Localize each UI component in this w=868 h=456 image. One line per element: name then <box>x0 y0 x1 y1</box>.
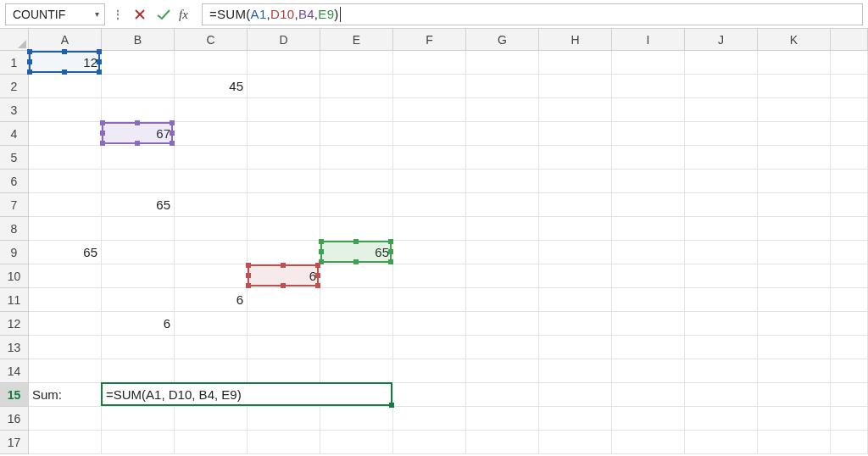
select-all-corner[interactable] <box>0 29 29 51</box>
cell-F1[interactable] <box>393 51 466 75</box>
cell-B9[interactable] <box>102 241 175 264</box>
cell-A13[interactable] <box>29 336 102 359</box>
cell-I12[interactable] <box>612 312 685 336</box>
column-header-k[interactable]: K <box>758 29 831 51</box>
cell-K12[interactable] <box>758 312 831 336</box>
cell-K4[interactable] <box>758 122 831 146</box>
name-box[interactable]: COUNTIF ▾ <box>5 3 105 25</box>
cell-F9[interactable] <box>393 241 466 264</box>
cell-H17[interactable] <box>539 431 612 454</box>
column-header-b[interactable]: B <box>102 29 175 51</box>
cell-J12[interactable] <box>685 312 758 336</box>
cell-B3[interactable] <box>102 98 175 122</box>
cell-D3[interactable] <box>248 98 320 122</box>
cell-E7[interactable] <box>320 193 393 217</box>
column-header-c[interactable]: C <box>175 29 248 51</box>
cell-H12[interactable] <box>539 312 612 336</box>
cell-C16[interactable] <box>175 407 248 431</box>
cell-C2[interactable]: 45 <box>175 75 248 98</box>
cell-A14[interactable] <box>29 359 102 383</box>
row-header-14[interactable]: 14 <box>0 359 29 383</box>
cell-I6[interactable] <box>612 170 685 193</box>
cell-H15[interactable] <box>539 383 612 407</box>
cell-J16[interactable] <box>685 407 758 431</box>
cell-J10[interactable] <box>685 264 758 288</box>
cell-G3[interactable] <box>466 98 539 122</box>
cell-A5[interactable] <box>29 146 102 170</box>
row-header-5[interactable]: 5 <box>0 146 29 170</box>
cell-G2[interactable] <box>466 75 539 98</box>
cell-C4[interactable] <box>175 122 248 146</box>
cell-I4[interactable] <box>612 122 685 146</box>
cell-H9[interactable] <box>539 241 612 264</box>
cell-D6[interactable] <box>248 170 320 193</box>
cell-K2[interactable] <box>758 75 831 98</box>
cell-B5[interactable] <box>102 146 175 170</box>
cell-H13[interactable] <box>539 336 612 359</box>
cell-J17[interactable] <box>685 431 758 454</box>
cell-I7[interactable] <box>612 193 685 217</box>
cell-D5[interactable] <box>248 146 320 170</box>
cell-C14[interactable] <box>175 359 248 383</box>
cell-I15[interactable] <box>612 383 685 407</box>
cell-A15[interactable]: Sum: <box>29 383 102 407</box>
cell-H4[interactable] <box>539 122 612 146</box>
cell-B10[interactable] <box>102 264 175 288</box>
cell-F3[interactable] <box>393 98 466 122</box>
cell-C11[interactable]: 6 <box>175 288 248 312</box>
cell-D1[interactable] <box>248 51 320 75</box>
cell-I3[interactable] <box>612 98 685 122</box>
row-header-12[interactable]: 12 <box>0 312 29 336</box>
cell-B4[interactable]: 67 <box>102 122 175 146</box>
cell-C12[interactable] <box>175 312 248 336</box>
cell-I5[interactable] <box>612 146 685 170</box>
cell-K6[interactable] <box>758 170 831 193</box>
cell-J2[interactable] <box>685 75 758 98</box>
cell-G15[interactable] <box>466 383 539 407</box>
cell-C9[interactable] <box>175 241 248 264</box>
cancel-button[interactable] <box>131 5 149 24</box>
cell-K17[interactable] <box>758 431 831 454</box>
cell-F15[interactable] <box>393 383 466 407</box>
cell-G11[interactable] <box>466 288 539 312</box>
cell-E10[interactable] <box>320 264 393 288</box>
cell-K16[interactable] <box>758 407 831 431</box>
cell-A9[interactable]: 65 <box>29 241 102 264</box>
column-header-g[interactable]: G <box>466 29 539 51</box>
cell-J9[interactable] <box>685 241 758 264</box>
cell-C5[interactable] <box>175 146 248 170</box>
chevron-down-icon[interactable]: ▾ <box>95 9 99 19</box>
cell-K10[interactable] <box>758 264 831 288</box>
fill-handle[interactable] <box>389 403 394 408</box>
column-header-f[interactable]: F <box>393 29 466 51</box>
cell-F6[interactable] <box>393 170 466 193</box>
cell-A2[interactable] <box>29 75 102 98</box>
cell-G8[interactable] <box>466 217 539 241</box>
cell-H11[interactable] <box>539 288 612 312</box>
cell-J6[interactable] <box>685 170 758 193</box>
cell-J4[interactable] <box>685 122 758 146</box>
formula-input[interactable]: =SUM( A1 , D10 , B4 , E9 ) <box>202 3 863 25</box>
cell-D4[interactable] <box>248 122 320 146</box>
cell-A12[interactable] <box>29 312 102 336</box>
cell-E12[interactable] <box>320 312 393 336</box>
cell-C13[interactable] <box>175 336 248 359</box>
column-header-j[interactable]: J <box>685 29 758 51</box>
cell-E9[interactable]: 65 <box>320 241 393 264</box>
cell-H7[interactable] <box>539 193 612 217</box>
column-header-a[interactable]: A <box>29 29 102 51</box>
cell-H1[interactable] <box>539 51 612 75</box>
cell-A7[interactable] <box>29 193 102 217</box>
cell-I2[interactable] <box>612 75 685 98</box>
cell-K11[interactable] <box>758 288 831 312</box>
cell-B11[interactable] <box>102 288 175 312</box>
cell-B16[interactable] <box>102 407 175 431</box>
cell-K8[interactable] <box>758 217 831 241</box>
cell-H16[interactable] <box>539 407 612 431</box>
cell-G14[interactable] <box>466 359 539 383</box>
cell-C10[interactable] <box>175 264 248 288</box>
cell-F13[interactable] <box>393 336 466 359</box>
cell-I10[interactable] <box>612 264 685 288</box>
cell-I8[interactable] <box>612 217 685 241</box>
cell-K14[interactable] <box>758 359 831 383</box>
